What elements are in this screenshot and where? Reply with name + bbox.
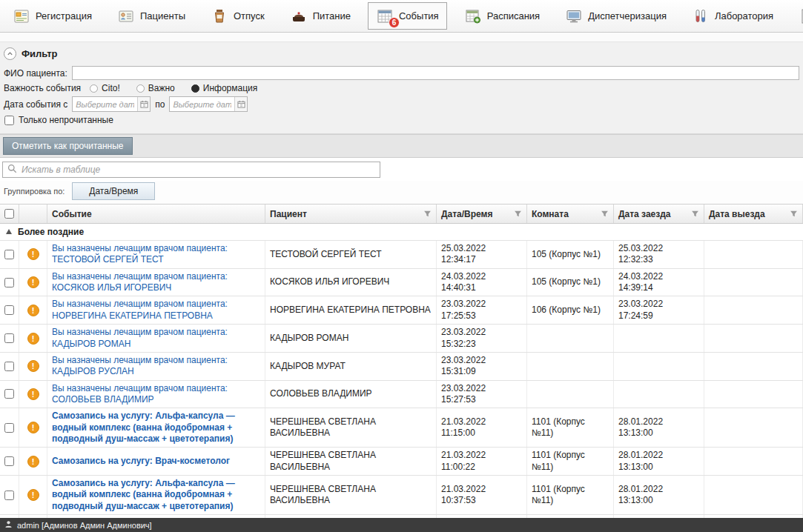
importance-label: Важность события: [4, 83, 81, 93]
column-header-event[interactable]: Событие: [47, 205, 265, 223]
calendar-icon[interactable]: [137, 97, 150, 111]
event-link[interactable]: Вы назначены лечащим врачом пациента: НО…: [52, 299, 260, 322]
row-checkbox[interactable]: [4, 333, 14, 343]
table-row[interactable]: !Самозапись на услугу: Альфа-капсула — в…: [0, 476, 803, 515]
filter-funnel-icon[interactable]: [423, 210, 432, 218]
tab-laboratory[interactable]: Лаборатория: [684, 2, 781, 30]
patient-name-input[interactable]: [72, 66, 799, 80]
date-from-picker[interactable]: [72, 96, 151, 112]
importance-warning-icon: !: [27, 305, 39, 316]
table-row[interactable]: !Самозапись на услугу: Альфа-капсула — в…: [0, 408, 803, 448]
column-header-datetime[interactable]: Дата/Время: [437, 205, 527, 223]
room-cell: [527, 325, 614, 352]
tab-label: Расписания: [487, 10, 540, 21]
table-row[interactable]: !Вы назначены лечащим врачом пациента: К…: [0, 325, 803, 353]
importance-option[interactable]: Важно: [136, 83, 175, 93]
filter-panel: Фильтр ФИО пациента: Важность события Ci…: [0, 42, 803, 134]
event-link[interactable]: Самозапись на услугу: Альфа-капсула — во…: [52, 410, 260, 445]
tab-dispatching[interactable]: Диспетчеризация: [557, 2, 675, 30]
tab-events[interactable]: 6События: [368, 2, 447, 30]
checkin-date-cell: 28.01.2022 13:13:00: [614, 408, 704, 447]
patient-cell: ТЕСТОВОЙ СЕРГЕЙ ТЕСТ: [265, 241, 437, 268]
column-header-checkin[interactable]: Дата заезда: [614, 205, 704, 223]
tab-reports[interactable]: Отчёты: [790, 2, 803, 30]
event-link[interactable]: Самозапись на услугу: Альфа-капсула — во…: [52, 478, 260, 512]
table-row[interactable]: !Вы назначены лечащим врачом пациента: К…: [0, 269, 803, 297]
grouping-chip[interactable]: Дата/Время: [72, 182, 155, 200]
group-label: Более поздние: [18, 227, 84, 237]
room-cell: 105 (Корпус №1): [527, 269, 614, 296]
date-from-input[interactable]: [73, 100, 137, 109]
event-cell: Вы назначены лечащим врачом пациента: КА…: [47, 325, 265, 352]
patient-cell: КАДЫРОВ МУРАТ: [265, 353, 437, 380]
table-row[interactable]: !Вы назначены лечащим врачом пациента: К…: [0, 353, 803, 381]
checkin-date-cell: 28.01.2022 13:13:00: [614, 476, 704, 514]
mark-read-button[interactable]: Отметить как прочитанные: [3, 137, 133, 155]
row-checkbox[interactable]: [4, 305, 14, 315]
event-cell: Вы назначены лечащим врачом пациента: СО…: [47, 381, 265, 408]
filter-collapse-button[interactable]: [4, 47, 16, 60]
checkin-date-cell: [614, 381, 704, 408]
group-expand-icon[interactable]: [5, 227, 13, 237]
tab-dispensing[interactable]: Отпуск: [202, 2, 273, 30]
event-link[interactable]: Вы назначены лечащим врачом пациента: СО…: [52, 383, 260, 406]
filter-funnel-icon[interactable]: [691, 210, 699, 218]
checkin-date-cell: [614, 353, 704, 380]
row-checkbox[interactable]: [4, 491, 14, 500]
filter-funnel-icon[interactable]: [790, 210, 798, 218]
table-row[interactable]: !Самозапись на услугу: Врач-косметологЧЕ…: [0, 448, 803, 476]
column-header-patient[interactable]: Пациент: [265, 205, 437, 223]
row-checkbox[interactable]: [4, 250, 14, 259]
tab-registration[interactable]: Регистрация: [4, 2, 100, 30]
row-checkbox-cell: [0, 408, 19, 447]
tab-patients[interactable]: Пациенты: [109, 2, 194, 30]
column-header-checkout[interactable]: Дата выезда: [704, 205, 803, 223]
nutrition-icon: [290, 7, 308, 25]
date-to-label: по: [155, 99, 165, 110]
column-title: Событие: [52, 209, 92, 219]
chevron-up-icon: [7, 50, 13, 57]
checkout-date-cell: [704, 476, 803, 514]
calendar-icon[interactable]: [234, 97, 247, 111]
event-cell: Вы назначены лечащим врачом пациента: КО…: [47, 269, 265, 296]
checkin-date-cell: 23.03.2022 17:24:59: [614, 296, 704, 324]
row-checkbox[interactable]: [4, 389, 14, 399]
event-cell: Вы назначены лечащим врачом пациента: НО…: [47, 296, 265, 324]
date-to-input[interactable]: [170, 100, 234, 109]
event-link[interactable]: Вы назначены лечащим врачом пациента: КО…: [52, 271, 260, 294]
row-checkbox-cell: [0, 476, 19, 514]
tab-schedules[interactable]: Расписания: [456, 2, 548, 30]
importance-option[interactable]: Cito!: [90, 83, 120, 93]
select-all-checkbox[interactable]: [4, 209, 14, 219]
table-row[interactable]: !Вы назначены лечащим врачом пациента: Н…: [0, 296, 803, 325]
patient-cell: НОРВЕГИНА ЕКАТЕРИНА ПЕТРОВНА: [265, 296, 437, 324]
room-cell: [527, 353, 614, 380]
checkout-date-cell: [704, 381, 803, 408]
datetime-cell: 21.03.2022 11:15:00: [437, 408, 527, 447]
row-checkbox[interactable]: [4, 362, 14, 371]
filter-funnel-icon[interactable]: [601, 210, 609, 218]
tab-nutrition[interactable]: Питание: [282, 2, 359, 30]
unread-only-checkbox[interactable]: [4, 116, 14, 125]
row-checkbox[interactable]: [4, 456, 14, 466]
table-search-input[interactable]: [22, 164, 375, 175]
row-checkbox[interactable]: [4, 278, 14, 287]
radio-label: Cito!: [102, 83, 120, 93]
table-row[interactable]: !Вы назначены лечащим врачом пациента: С…: [0, 381, 803, 409]
column-header-room[interactable]: Комната: [527, 205, 614, 223]
filter-funnel-icon[interactable]: [514, 210, 522, 218]
row-checkbox[interactable]: [4, 423, 14, 433]
table-row[interactable]: !Вы назначены лечащим врачом пациента: Т…: [0, 241, 803, 269]
tab-label: События: [399, 10, 439, 21]
row-checkbox-cell: [0, 381, 19, 408]
event-link[interactable]: Вы назначены лечащим врачом пациента: ТЕ…: [52, 243, 260, 266]
search-box[interactable]: [2, 162, 380, 178]
checkin-date-cell: 25.03.2022 12:32:33: [614, 241, 704, 268]
event-link[interactable]: Вы назначены лечащим врачом пациента: КА…: [52, 327, 260, 350]
event-link[interactable]: Самозапись на услугу: Врач-косметолог: [52, 456, 230, 467]
group-row[interactable]: Более поздние: [0, 224, 803, 241]
importance-warning-icon: !: [27, 333, 39, 345]
event-link[interactable]: Вы назначены лечащим врачом пациента: КА…: [52, 355, 260, 378]
importance-option[interactable]: Информация: [191, 83, 257, 93]
date-to-picker[interactable]: [169, 96, 248, 112]
